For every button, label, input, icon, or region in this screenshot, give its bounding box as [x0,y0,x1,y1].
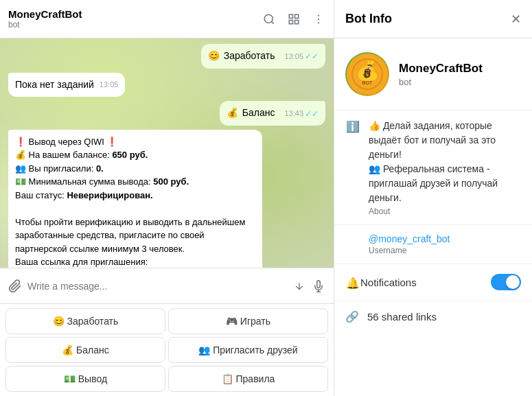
info-line3: 👥 Вы пригласили: 0. [15,162,255,176]
chat-header: MoneyCraftBot bot [0,0,334,38]
info-profile: 💰 D BOT MoneyCraftBot bot [334,38,532,110]
notifications-label: Notifications [360,277,491,288]
earn-emoji: 😊 [208,49,220,63]
svg-rect-2 [295,14,299,18]
bot-profile-sub: bot [399,77,483,87]
balance-emoji: 💰 [227,106,238,120]
info-line6: Чтобы пройти верификацию и выводить в да… [15,216,255,256]
btn-play[interactable]: 🎮 Играть [168,308,328,334]
bubble-no-tasks: Пока нет заданий 13:05 [8,73,125,97]
bot-buttons: 😊 Заработать 🎮 Играть 💰 Баланс 👥 Приглас… [0,303,334,396]
scroll-down-icon[interactable] [292,279,306,293]
bubble-earn: 😊 Заработать 13:05 ✓✓ [201,44,325,69]
svg-point-0 [264,14,273,23]
earn-time: 13:05 ✓✓ [284,51,319,62]
bell-icon: 🔔 [345,277,360,290]
info-line4: 💵 Минимальная сумма вывода: 500 руб. [15,175,255,189]
chat-header-icons [262,12,325,26]
bot-profile-name: MoneyCraftBot [399,62,483,75]
more-icon[interactable] [312,12,325,26]
chat-sub: bot [8,20,262,30]
bubble-info: ❗ Вывод через QIWI ❗ 💰 На вашем балансе:… [8,130,262,268]
chat-messages: 😊 Заработать 13:05 ✓✓ Пока нет заданий 1… [0,38,334,268]
info-panel-title: Bot Info [345,12,511,26]
balance-text: Баланс [242,106,275,120]
search-icon[interactable] [262,12,276,26]
layout-icon[interactable] [287,12,301,26]
link-icon: 🔗 [345,310,359,323]
info-username-section: @money_craft_bot Username [334,225,532,264]
info-panel: Bot Info ✕ 💰 D BOT MoneyCraftBot bot ℹ️ … [334,0,532,396]
message-info: ❗ Вывод через QIWI ❗ 💰 На вашем балансе:… [8,130,325,268]
svg-text:BOT: BOT [362,80,373,85]
avatar-svg: 💰 D BOT [347,54,388,95]
info-about-text: 👍 Делай задания, которые выдаёт бот и по… [369,119,521,205]
balance-time: 13:43 ✓✓ [284,108,319,120]
info-username-label: Username [369,246,521,255]
no-tasks-text: Пока нет заданий [15,79,94,90]
mic-icon[interactable] [312,279,325,293]
notifications-toggle[interactable] [491,274,521,290]
info-icon: ℹ️ [345,120,360,133]
chat-panel: MoneyCraftBot bot [0,0,334,396]
btn-earn[interactable]: 😊 Заработать [5,308,165,334]
chat-header-info: MoneyCraftBot bot [8,8,262,30]
check-icon: ✓✓ [305,51,319,62]
bot-profile-info: MoneyCraftBot bot [399,62,483,87]
bot-avatar: 💰 D BOT [345,52,389,96]
info-line5: Ваш статус: Неверифицирован. [15,189,255,202]
notifications-row: 🔔 Notifications [334,264,532,301]
btn-withdraw[interactable]: 💵 Вывод [5,366,165,392]
svg-rect-1 [289,14,292,18]
message-input[interactable] [27,281,287,292]
svg-text:D: D [364,69,371,80]
btn-rules[interactable]: 📋 Правила [168,366,328,392]
svg-point-5 [318,14,319,16]
btn-invite[interactable]: 👥 Пригласить друзей [168,337,328,363]
close-button[interactable]: ✕ [511,12,521,27]
bubble-balance: 💰 Баланс 13:43 ✓✓ [220,101,325,126]
message-no-tasks: Пока нет заданий 13:05 [8,73,325,97]
info-line1: ❗ Вывод через QIWI ❗ [15,135,255,149]
toggle-knob [506,275,520,289]
chat-input-area [0,268,334,303]
earn-text: Заработать [224,49,275,63]
chat-name: MoneyCraftBot [8,8,262,20]
attach-icon[interactable] [8,279,22,293]
info-username-content: @money_craft_bot Username [369,233,521,255]
info-username-link[interactable]: @money_craft_bot [369,233,521,244]
shared-links-text: 56 shared links [367,311,437,323]
info-about-content: 👍 Делай задания, которые выдаёт бот и по… [369,119,521,216]
check-icon2: ✓✓ [305,108,319,120]
message-balance: 💰 Баланс 13:43 ✓✓ [8,101,325,126]
shared-links-row[interactable]: 🔗 56 shared links [334,301,532,333]
svg-rect-4 [295,20,299,23]
svg-rect-3 [289,20,292,23]
svg-point-7 [318,22,319,23]
info-header: Bot Info ✕ [334,0,532,38]
no-tasks-time: 13:05 [100,80,119,90]
info-line7: Ваша ссылка для приглашения: [15,255,255,268]
info-about-section: ℹ️ 👍 Делай задания, которые выдаёт бот и… [334,110,532,225]
info-about-label: About [369,207,521,216]
svg-point-6 [318,18,319,19]
btn-balance[interactable]: 💰 Баланс [5,337,165,363]
info-line2: 💰 На вашем балансе: 650 руб. [15,148,255,162]
message-earn: 😊 Заработать 13:05 ✓✓ [8,44,325,69]
